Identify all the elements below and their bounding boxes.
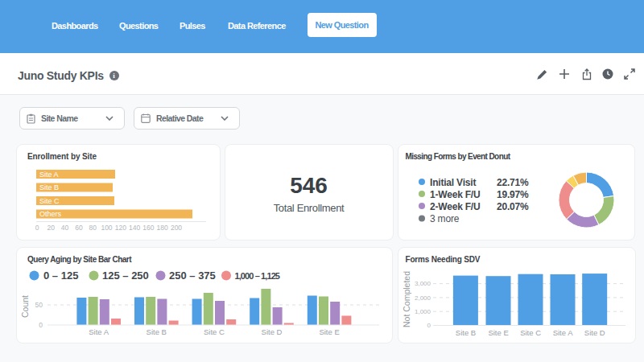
svg-text:40: 40: [61, 224, 69, 232]
svg-text:Count: Count: [20, 295, 30, 318]
svg-text:0: 0: [39, 321, 43, 329]
svg-text:1,000 – 1,125: 1,000 – 1,125: [235, 271, 280, 281]
svg-text:125 – 250: 125 – 250: [102, 269, 149, 282]
svg-text:2,000: 2,000: [414, 294, 431, 302]
svg-text:Not Completed: Not Completed: [401, 271, 411, 327]
svg-text:Site D: Site D: [584, 328, 605, 337]
svg-text:1-Week F/U: 1-Week F/U: [430, 189, 480, 200]
svg-text:1,000: 1,000: [414, 308, 431, 315]
svg-text:Site A: Site A: [89, 327, 109, 336]
svg-text:2-Week F/U: 2-Week F/U: [430, 201, 480, 212]
svg-text:Others: Others: [39, 210, 62, 218]
svg-text:0 – 125: 0 – 125: [43, 269, 78, 282]
svg-text:20.07%: 20.07%: [497, 201, 529, 212]
svg-text:20: 20: [47, 224, 56, 232]
svg-text:Site A: Site A: [552, 328, 572, 337]
svg-text:3 more: 3 more: [430, 213, 460, 224]
svg-text:Site B: Site B: [39, 183, 59, 191]
svg-text:140: 140: [129, 224, 140, 232]
svg-text:200: 200: [171, 224, 182, 232]
svg-text:160: 160: [142, 224, 154, 232]
svg-text:120: 120: [115, 224, 126, 232]
svg-text:180: 180: [157, 224, 168, 232]
svg-text:19.97%: 19.97%: [497, 189, 529, 200]
svg-text:Site C: Site C: [204, 327, 225, 336]
svg-text:50: 50: [35, 301, 43, 309]
svg-text:Site A: Site A: [39, 171, 59, 179]
svg-text:Site B: Site B: [147, 327, 167, 336]
svg-text:Site E: Site E: [319, 327, 339, 336]
svg-text:0: 0: [427, 322, 431, 329]
svg-text:60: 60: [75, 224, 83, 232]
svg-text:Site B: Site B: [455, 328, 475, 337]
svg-text:Site E: Site E: [488, 328, 508, 337]
svg-text:80: 80: [89, 224, 97, 232]
svg-text:Initial Visit: Initial Visit: [430, 177, 476, 188]
svg-text:3,000: 3,000: [414, 280, 431, 287]
svg-text:0: 0: [35, 224, 39, 232]
svg-text:22.71%: 22.71%: [497, 177, 529, 188]
svg-text:Site D: Site D: [262, 327, 283, 336]
svg-text:100: 100: [101, 224, 112, 232]
svg-text:250 – 375: 250 – 375: [169, 269, 216, 282]
svg-text:Site C: Site C: [520, 328, 541, 337]
svg-text:Site C: Site C: [39, 197, 60, 205]
